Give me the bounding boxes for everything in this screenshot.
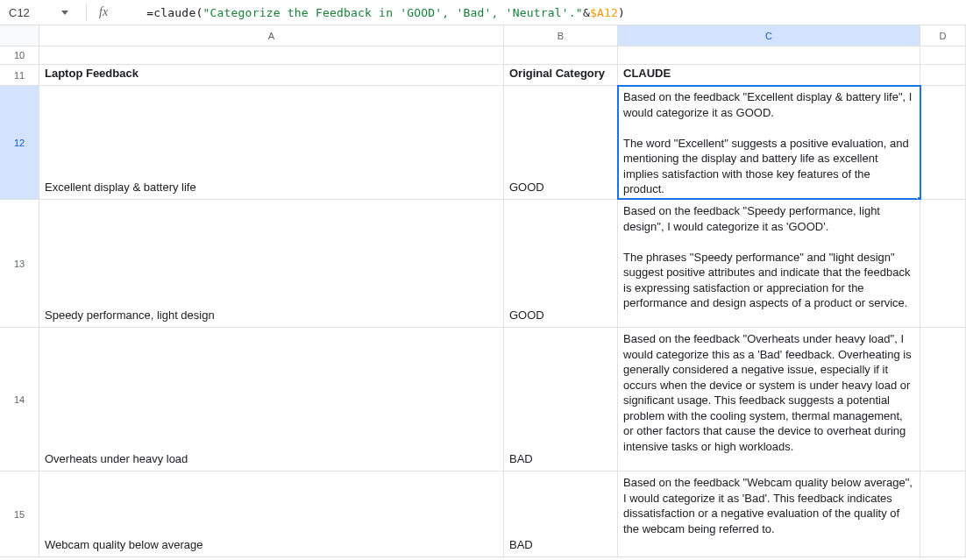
cell-C11[interactable]: CLAUDE bbox=[618, 65, 920, 85]
name-box[interactable]: C12 bbox=[5, 6, 56, 19]
row-header-15[interactable]: 15 bbox=[0, 471, 39, 556]
cell-C14[interactable]: Based on the feedback "Overheats under h… bbox=[618, 328, 920, 471]
cell-A10[interactable] bbox=[39, 46, 504, 64]
row-14: 14 Overheats under heavy load BAD Based … bbox=[0, 328, 966, 471]
formula-func: claude bbox=[153, 6, 195, 19]
cell-B13[interactable]: GOOD bbox=[504, 200, 618, 327]
col-header-C[interactable]: C bbox=[618, 25, 920, 46]
cell-D12[interactable] bbox=[920, 86, 966, 199]
row-header-14[interactable]: 14 bbox=[0, 328, 39, 471]
row-12: 12 Excellent display & battery life GOOD… bbox=[0, 86, 966, 200]
fx-icon: fx bbox=[99, 5, 108, 19]
cell-C15[interactable]: Based on the feedback "Webcam quality be… bbox=[618, 471, 920, 556]
row-11: 11 Laptop Feedback Original Category CLA… bbox=[0, 65, 966, 86]
col-header-A[interactable]: A bbox=[39, 25, 504, 46]
cell-C13[interactable]: Based on the feedback "Speedy performanc… bbox=[618, 200, 920, 327]
row-header-11[interactable]: 11 bbox=[0, 65, 39, 85]
divider bbox=[86, 4, 87, 21]
cell-A12[interactable]: Excellent display & battery life bbox=[39, 86, 504, 199]
column-header-row: A B C D bbox=[0, 25, 966, 46]
spreadsheet-grid: A B C D 10 11 Laptop Feedback Original C… bbox=[0, 25, 966, 557]
formula-bar: C12 fx =claude("Categorize the Feedback … bbox=[0, 0, 966, 25]
cell-D11[interactable] bbox=[920, 65, 966, 85]
row-header-12[interactable]: 12 bbox=[0, 86, 39, 199]
row-header-13[interactable]: 13 bbox=[0, 200, 39, 327]
formula-amp: & bbox=[583, 6, 590, 19]
row-15: 15 Webcam quality below average BAD Base… bbox=[0, 471, 966, 557]
cell-B14[interactable]: BAD bbox=[504, 328, 618, 471]
cell-A15[interactable]: Webcam quality below average bbox=[39, 471, 504, 556]
cell-D15[interactable] bbox=[920, 471, 966, 556]
formula-close: ) bbox=[618, 6, 625, 19]
row-10: 10 bbox=[0, 46, 966, 65]
cell-A14[interactable]: Overheats under heavy load bbox=[39, 328, 504, 471]
formula-ref: $A12 bbox=[590, 6, 618, 19]
cell-A13[interactable]: Speedy performance, light design bbox=[39, 200, 504, 327]
formula-string: "Categorize the Feedback in 'GOOD', 'Bad… bbox=[202, 6, 582, 19]
cell-C12[interactable]: Based on the feedback "Excellent display… bbox=[618, 86, 920, 199]
cell-D14[interactable] bbox=[920, 328, 966, 471]
cell-B10[interactable] bbox=[504, 46, 618, 64]
col-header-D[interactable]: D bbox=[920, 25, 966, 46]
cell-B11[interactable]: Original Category bbox=[504, 65, 618, 85]
cell-C10[interactable] bbox=[618, 46, 920, 64]
cell-A11[interactable]: Laptop Feedback bbox=[39, 65, 504, 85]
selection-handle[interactable] bbox=[917, 196, 920, 199]
cell-C12-text: Based on the feedback "Excellent display… bbox=[623, 89, 914, 197]
select-all-corner[interactable] bbox=[0, 25, 39, 46]
row-13: 13 Speedy performance, light design GOOD… bbox=[0, 200, 966, 328]
name-box-dropdown-icon[interactable] bbox=[61, 11, 68, 15]
cell-B15[interactable]: BAD bbox=[504, 471, 618, 556]
cell-D13[interactable] bbox=[920, 200, 966, 327]
cell-B12[interactable]: GOOD bbox=[504, 86, 618, 199]
col-header-B[interactable]: B bbox=[504, 25, 618, 46]
row-header-10[interactable]: 10 bbox=[0, 46, 39, 64]
cell-D10[interactable] bbox=[920, 46, 966, 64]
